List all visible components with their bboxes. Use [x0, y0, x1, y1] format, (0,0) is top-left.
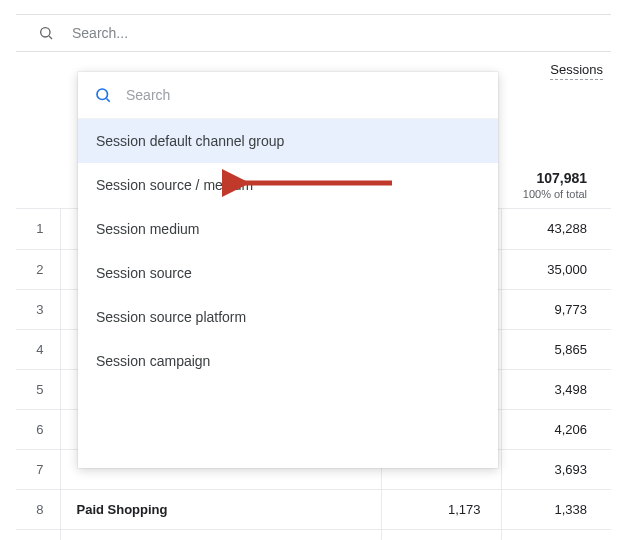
row-channel: Organic Social	[60, 529, 381, 540]
row-index: 3	[16, 289, 60, 329]
dropdown-option[interactable]: Session source platform	[78, 295, 498, 339]
dropdown-option[interactable]: Session default channel group	[78, 119, 498, 163]
dropdown-option[interactable]: Session source	[78, 251, 498, 295]
dimension-dropdown: Session default channel groupSession sou…	[78, 72, 498, 468]
table-row[interactable]: 8Paid Shopping1,1731,338	[16, 489, 611, 529]
row-index: 4	[16, 329, 60, 369]
row-index: 5	[16, 369, 60, 409]
svg-point-0	[41, 28, 50, 37]
dropdown-option[interactable]: Session source / medium	[78, 163, 498, 207]
row-index: 7	[16, 449, 60, 489]
svg-line-1	[49, 36, 52, 39]
row-index: 1	[16, 209, 60, 249]
row-sessions: 1,562	[501, 529, 611, 540]
row-index: 8	[16, 489, 60, 529]
row-sessions: 4,206	[501, 409, 611, 449]
row-sessions: 3,693	[501, 449, 611, 489]
row-channel: Paid Shopping	[60, 489, 381, 529]
row-sessions: 5,865	[501, 329, 611, 369]
top-search-bar[interactable]	[16, 15, 611, 52]
row-index: 2	[16, 249, 60, 289]
svg-line-3	[106, 98, 109, 101]
dropdown-search[interactable]	[78, 72, 498, 119]
table-row[interactable]: 9Organic Social9961,562	[16, 529, 611, 540]
row-sessions: 3,498	[501, 369, 611, 409]
row-sessions: 43,288	[501, 209, 611, 249]
search-icon	[38, 25, 54, 41]
row-sessions: 35,000	[501, 249, 611, 289]
row-metric-1: 996	[381, 529, 501, 540]
dropdown-list: Session default channel groupSession sou…	[78, 119, 498, 383]
search-icon	[94, 86, 112, 104]
dropdown-option[interactable]: Session campaign	[78, 339, 498, 383]
dropdown-search-input[interactable]	[126, 87, 482, 103]
top-search-input[interactable]	[72, 25, 593, 41]
row-metric-1: 1,173	[381, 489, 501, 529]
svg-point-2	[97, 89, 108, 100]
row-sessions: 1,338	[501, 489, 611, 529]
row-index: 9	[16, 529, 60, 540]
row-index: 6	[16, 409, 60, 449]
sessions-column-header[interactable]: Sessions	[550, 62, 603, 80]
dropdown-option[interactable]: Session medium	[78, 207, 498, 251]
row-sessions: 9,773	[501, 289, 611, 329]
